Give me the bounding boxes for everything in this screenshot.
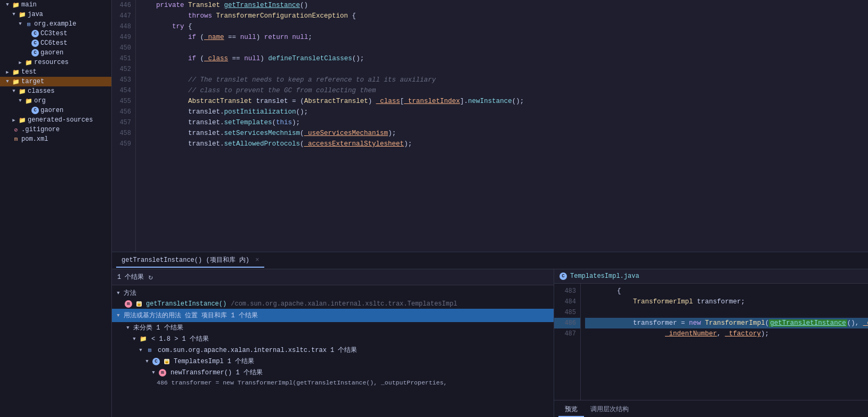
result-section-usage[interactable]: ▼ 用法或基方法的用法 位置 项目和库 1 个结果 — [112, 309, 554, 322]
folder-icon: 📁 — [19, 87, 26, 95]
preview-panel: C TemplatesImpl.java 483 484 485 486 487 — [554, 269, 868, 417]
chevron-icon — [23, 40, 30, 46]
preview-header: C TemplatesImpl.java — [554, 269, 868, 284]
code-line-451: if (_class == null) defineTransletClasse… — [140, 53, 864, 64]
code-line-452 — [140, 64, 864, 75]
chevron-icon: ▼ — [17, 98, 23, 104]
result-class[interactable]: ▼ C 🔒 TemplatesImpl 1 个结果 — [112, 356, 554, 367]
package-icon: ⊞ — [25, 20, 33, 28]
folder-icon: 📁 — [140, 335, 147, 343]
package-label: com.sun.org.apache.xalan.internal.xsltc.… — [158, 346, 357, 355]
chevron-icon — [4, 136, 11, 142]
result-section-method[interactable]: ▼ 方法 — [112, 287, 554, 299]
sidebar-item-main[interactable]: ▼ 📁 main — [0, 0, 111, 10]
tab-get-translet-instance[interactable]: getTransletInstance() (项目和库 内) × — [116, 253, 264, 268]
results-tree[interactable]: ▼ 方法 m 🔒 getTransletInstance() /com.sun.… — [112, 285, 554, 417]
lock-icon: 🔒 — [136, 301, 142, 307]
tab-call-hierarchy[interactable]: 调用层次结构 — [584, 403, 635, 417]
preview-code: { TransformerImpl transformer; transform… — [581, 284, 868, 400]
chevron-icon: ▼ — [150, 370, 157, 376]
unclassified-label: 未分类 1 个结果 — [133, 323, 183, 332]
chevron-icon: ▶ — [4, 69, 11, 75]
tab-preview[interactable]: 预览 — [558, 403, 584, 417]
sidebar-item-org[interactable]: ▼ 📁 org — [0, 96, 111, 106]
file-class-icon: C — [559, 272, 567, 280]
result-method-entry[interactable]: m 🔒 getTransletInstance() /com.sun.org.a… — [112, 299, 554, 309]
preview-line-486: transformer = new TransformerImpl(getTra… — [585, 318, 868, 328]
preview-bottom-tabs: 预览 调用层次结构 — [554, 400, 868, 417]
sidebar-item-java[interactable]: ▼ 📁 java — [0, 10, 111, 19]
sidebar-item-label: org.example — [34, 20, 76, 28]
class-icon: C — [31, 30, 39, 37]
method-icon: m — [125, 300, 132, 308]
sidebar-item-label: test — [21, 68, 37, 76]
preview-line-487: _indentNumber, _tfactory); — [585, 328, 868, 339]
sidebar-item-label: target — [21, 78, 44, 85]
sidebar-item-label: org — [34, 97, 46, 105]
bottom-panel: getTransletInstance() (项目和库 内) × 1 个结果 ↻… — [112, 252, 868, 417]
chevron-icon: ▼ — [4, 78, 11, 85]
class-label: TemplatesImpl 1 个结果 — [174, 357, 254, 366]
sidebar-item-label: generated-sources — [28, 116, 93, 124]
package-icon: ⊞ — [146, 347, 153, 354]
chevron-icon: ▼ — [11, 88, 17, 94]
sidebar-item-label: resources — [34, 59, 69, 66]
refresh-icon[interactable]: ↻ — [148, 272, 152, 282]
chevron-icon — [23, 50, 30, 56]
sidebar-item-classes[interactable]: ▼ 📁 classes — [0, 86, 111, 96]
sidebar-item-pom[interactable]: m pom.xml — [0, 134, 111, 144]
class-icon: C — [31, 49, 39, 57]
results-count: 1 个结果 — [117, 272, 144, 282]
sidebar-item-resources[interactable]: ▶ 📁 resources — [0, 58, 111, 67]
class-icon: C — [31, 39, 39, 47]
code-line-446: private Translet getTransletInstance() — [140, 0, 864, 11]
sidebar-item-target[interactable]: ▼ 📁 target — [0, 77, 111, 86]
sidebar-item-label: gaoren — [40, 107, 63, 114]
sidebar-item-cc3test[interactable]: C CC3test — [0, 29, 111, 38]
sidebar-item-label: java — [28, 11, 43, 18]
xml-icon: m — [12, 135, 20, 143]
code-line-457: translet.setTemplates(this); — [140, 117, 864, 128]
main-container: ▼ 📁 main ▼ 📁 java ▼ ⊞ org.example C CC3t… — [0, 0, 868, 417]
preview-content[interactable]: 483 484 485 486 487 { TransformerImpl tr… — [554, 284, 868, 400]
preview-line-text: 486 transformer = new TransformerImpl(ge… — [157, 379, 447, 386]
chevron-icon: ▼ — [144, 358, 150, 365]
preview-line-484: TransformerImpl transformer; — [585, 296, 868, 307]
gitignore-icon: ⊘ — [12, 126, 20, 133]
preview-filename: TemplatesImpl.java — [570, 272, 639, 280]
folder-icon: 📁 — [12, 78, 20, 85]
section-usage-label: 用法或基方法的用法 位置 项目和库 1 个结果 — [124, 311, 258, 320]
method-label: newTransformer() 1 个结果 — [171, 368, 263, 377]
result-unclassified[interactable]: ▼ 未分类 1 个结果 — [112, 322, 554, 333]
chevron-icon: ▼ — [131, 336, 137, 342]
method-path: /com.sun.org.apache.xalan.internal.xsltc… — [231, 300, 457, 308]
sidebar-item-label: pom.xml — [21, 135, 48, 143]
results-panel: 1 个结果 ↻ ▼ 方法 m 🔒 — [112, 269, 554, 417]
sidebar-item-gaoren2[interactable]: C gaoren — [0, 106, 111, 115]
code-line-459: translet.setAllowedProtocols(_accessExte… — [140, 139, 864, 149]
code-line-447: throws TransformerConfigurationException… — [140, 11, 864, 21]
close-icon[interactable]: × — [255, 256, 259, 264]
result-method-new-transformer[interactable]: ▼ m newTransformer() 1 个结果 — [112, 367, 554, 378]
sidebar-item-cc6test[interactable]: C CC6test — [0, 38, 111, 48]
bottom-tab-bar: getTransletInstance() (项目和库 内) × — [112, 252, 868, 269]
sidebar-item-label: gaoren — [40, 49, 63, 57]
result-preview-line[interactable]: 486 transformer = new TransformerImpl(ge… — [112, 378, 554, 387]
sidebar-item-label: CC3test — [40, 30, 67, 37]
result-package[interactable]: ▼ ⊞ com.sun.org.apache.xalan.internal.xs… — [112, 344, 554, 356]
method-name: getTransletInstance() — [146, 300, 226, 308]
sidebar-item-generated-sources[interactable]: ▶ 📁 generated-sources — [0, 115, 111, 125]
folder-icon: 📁 — [25, 97, 33, 105]
sidebar-item-gitignore[interactable]: ⊘ .gitignore — [0, 125, 111, 134]
chevron-icon: ▼ — [11, 11, 17, 18]
code-lines: private Translet getTransletInstance() t… — [136, 0, 868, 252]
sidebar-item-org-example[interactable]: ▼ ⊞ org.example — [0, 19, 111, 29]
preview-line-numbers: 483 484 485 486 487 — [554, 284, 581, 400]
sidebar-item-gaoren[interactable]: C gaoren — [0, 48, 111, 58]
result-jdk[interactable]: ▼ 📁 < 1.8 > 1 个结果 — [112, 333, 554, 344]
code-editor[interactable]: 446 447 448 449 450 451 452 453 454 455 … — [112, 0, 868, 252]
class-icon: C — [152, 358, 160, 365]
chevron-icon: ▶ — [17, 59, 23, 66]
sidebar-item-test[interactable]: ▶ 📁 test — [0, 67, 111, 77]
class-icon: C — [31, 107, 39, 114]
